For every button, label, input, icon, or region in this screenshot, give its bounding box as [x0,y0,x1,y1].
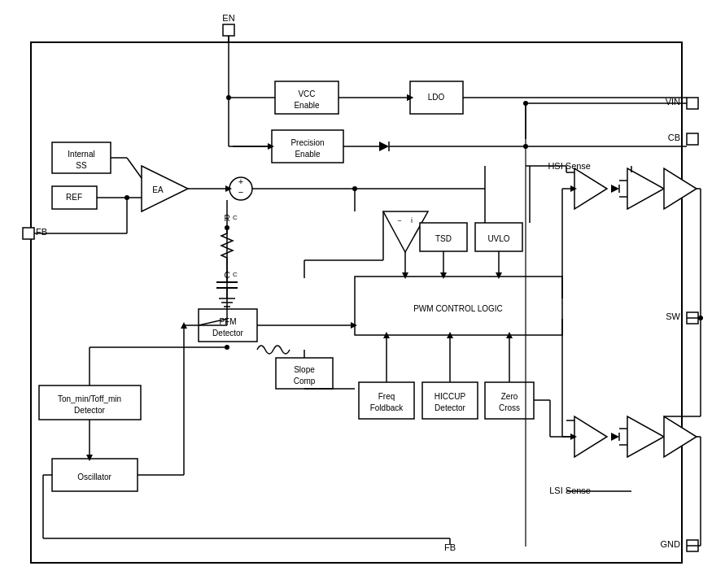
svg-rect-4 [687,98,698,109]
svg-text:Slope: Slope [294,364,315,373]
svg-text:Enable: Enable [295,149,321,158]
svg-text:Foldback: Foldback [369,403,404,412]
svg-text:CB: CB [667,133,679,142]
svg-point-122 [124,195,129,200]
svg-text:Internal: Internal [68,149,94,158]
svg-text:UVLO: UVLO [487,233,509,242]
svg-text:VCC: VCC [298,89,315,98]
svg-text:i: i [411,216,413,224]
svg-text:SW: SW [666,311,680,321]
svg-text:SS: SS [76,160,87,169]
svg-text:+: + [238,176,242,186]
svg-text:Zero: Zero [500,391,518,400]
svg-text:Cross: Cross [498,403,519,412]
svg-text:EA: EA [152,185,164,194]
svg-text:Oscillator: Oscillator [77,472,111,481]
svg-text:−: − [397,216,401,224]
svg-text:LSI Sense: LSI Sense [549,486,591,495]
svg-text:EN: EN [222,13,234,23]
svg-point-169 [225,345,229,350]
svg-text:Precision: Precision [290,137,324,146]
svg-text:LDO: LDO [427,92,444,101]
svg-text:−: − [238,187,242,197]
svg-text:C: C [233,271,238,278]
svg-text:Detector: Detector [212,328,243,337]
block-diagram: EN VIN CB SW GND FB FB HSI Sense LSI Sen… [13,10,713,579]
svg-text:HICCUP: HICCUP [434,391,465,400]
svg-text:TSD: TSD [435,233,452,242]
svg-rect-6 [687,133,698,145]
svg-text:C: C [233,214,238,221]
svg-text:REF: REF [66,192,82,201]
svg-text:Freq: Freq [378,391,395,400]
svg-text:VIN: VIN [665,97,679,107]
svg-rect-1 [223,24,234,36]
svg-text:GND: GND [660,539,680,549]
svg-text:PWM CONTROL LOGIC: PWM CONTROL LOGIC [413,303,503,312]
svg-text:Detector: Detector [435,403,465,412]
svg-rect-12 [23,228,34,239]
svg-text:PFM: PFM [219,316,236,325]
svg-text:Enable: Enable [294,100,320,109]
svg-text:Ton_min/Toff_min: Ton_min/Toff_min [57,394,120,403]
svg-text:Detector: Detector [74,405,105,414]
svg-text:Comp: Comp [293,376,315,385]
svg-text:FB: FB [36,227,47,237]
